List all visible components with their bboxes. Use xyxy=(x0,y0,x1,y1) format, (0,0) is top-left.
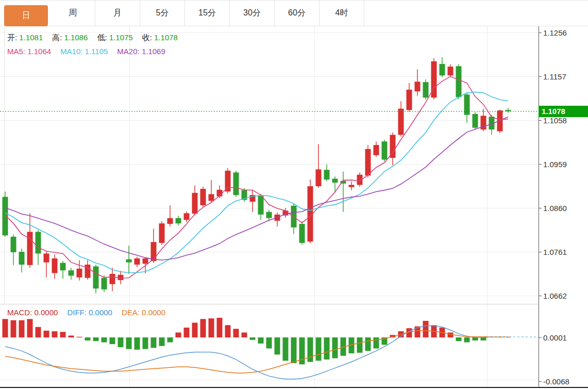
ma5-line xyxy=(5,76,508,278)
period-tabbar: 日周月5分15分30分60分4时 xyxy=(0,1,588,26)
axis-tick-mark xyxy=(539,296,542,296)
legend-item-1: 高: 1.1086 xyxy=(52,33,88,42)
forex-candlestick-app: 日周月5分15分30分60分4时 开: 1.1081高: 1.1086低: 1.… xyxy=(0,0,588,389)
axis-tick-mark xyxy=(539,164,542,165)
chart-region: 开: 1.1081高: 1.1086低: 1.1075收: 1.1078 MA5… xyxy=(0,26,588,389)
legend-label: 开: xyxy=(7,33,17,42)
axis-tick-label: 1.1157 xyxy=(543,72,566,81)
legend-value: 1.1081 xyxy=(17,33,43,42)
axis-tick-label: 1.0860 xyxy=(543,204,567,213)
legend-item-0: MA5: 1.1064 xyxy=(7,47,51,56)
axis-tick-label: 1.0959 xyxy=(543,160,567,169)
macd-axis-tick-label: -0.0068 xyxy=(543,377,569,386)
legend-value: 1.1075 xyxy=(107,33,133,42)
tab-4时[interactable]: 4时 xyxy=(320,1,364,26)
axis-tick-label: 1.1058 xyxy=(543,116,567,125)
legend-label: DIFF: xyxy=(67,308,87,317)
price-axis: 1.12561.11571.10581.09591.08601.07611.06… xyxy=(539,26,588,387)
tab-60分[interactable]: 60分 xyxy=(275,1,320,26)
axis-tick-label: 1.1256 xyxy=(543,28,567,37)
axis-tick-mark xyxy=(539,252,542,252)
axis-tick-label: 1.0761 xyxy=(543,248,567,256)
macd-legend: MACD: 0.0000DIFF: 0.0000DEA: 0.0000 xyxy=(7,308,175,317)
legend-item-0: 开: 1.1081 xyxy=(7,33,43,42)
pane-divider xyxy=(0,304,588,304)
legend-label: 低: xyxy=(97,33,107,42)
legend-item-1: MA10: 1.1105 xyxy=(60,47,108,56)
axis-tick-mark xyxy=(539,33,542,33)
legend-label: MA10: xyxy=(60,47,82,56)
legend-item-2: MA20: 1.1069 xyxy=(117,47,165,56)
legend-value: 1.1078 xyxy=(152,33,178,42)
tab-月[interactable]: 月 xyxy=(95,1,140,26)
chart-bottom-border xyxy=(0,387,588,388)
legend-value: 1.1105 xyxy=(82,47,108,56)
tab-周[interactable]: 周 xyxy=(51,1,95,26)
axis-tick-mark xyxy=(539,120,542,121)
ma20-line xyxy=(5,117,508,260)
legend-value: 0.0000 xyxy=(140,308,165,317)
candles-layer xyxy=(3,57,511,294)
legend-item-2: DEA: 0.0000 xyxy=(122,308,165,317)
legend-label: 收: xyxy=(142,33,152,42)
legend-item-2: 低: 1.1075 xyxy=(97,33,132,42)
legend-label: 高: xyxy=(52,33,62,42)
current-price-tag: 1.1078 xyxy=(539,106,588,117)
tab-30分[interactable]: 30分 xyxy=(230,1,275,26)
legend-label: DEA: xyxy=(122,308,140,317)
main-candlestick-chart[interactable] xyxy=(0,26,539,304)
axis-tick-mark xyxy=(539,76,542,77)
macd-axis-tick-mark xyxy=(539,337,542,338)
axis-tick-mark xyxy=(539,208,542,208)
macd-axis-tick-mark xyxy=(539,381,542,382)
legend-value: 1.1086 xyxy=(62,33,88,42)
ohlc-legend: 开: 1.1081高: 1.1086低: 1.1075收: 1.1078 xyxy=(7,33,187,43)
legend-value: 0.0000 xyxy=(32,308,58,317)
legend-label: MA5: xyxy=(7,47,25,56)
axis-tick-label: 1.0662 xyxy=(543,291,567,300)
legend-value: 1.1064 xyxy=(25,47,51,56)
legend-label: MACD: xyxy=(7,308,32,317)
legend-value: 0.0000 xyxy=(87,308,112,317)
tab-15分[interactable]: 15分 xyxy=(185,1,230,26)
legend-label: MA20: xyxy=(117,47,139,56)
legend-value: 1.1069 xyxy=(140,47,165,56)
legend-item-1: DIFF: 0.0000 xyxy=(67,308,112,317)
legend-item-0: MACD: 0.0000 xyxy=(7,308,58,317)
macd-histogram xyxy=(3,318,511,364)
tab-日[interactable]: 日 xyxy=(4,5,48,26)
macd-axis-tick-label: 0.0001 xyxy=(543,333,567,342)
ma-legend: MA5: 1.1064MA10: 1.1105MA20: 1.1069 xyxy=(7,47,175,56)
tab-5分[interactable]: 5分 xyxy=(140,1,185,26)
ma10-line xyxy=(5,92,508,273)
legend-item-3: 收: 1.1078 xyxy=(142,33,178,42)
